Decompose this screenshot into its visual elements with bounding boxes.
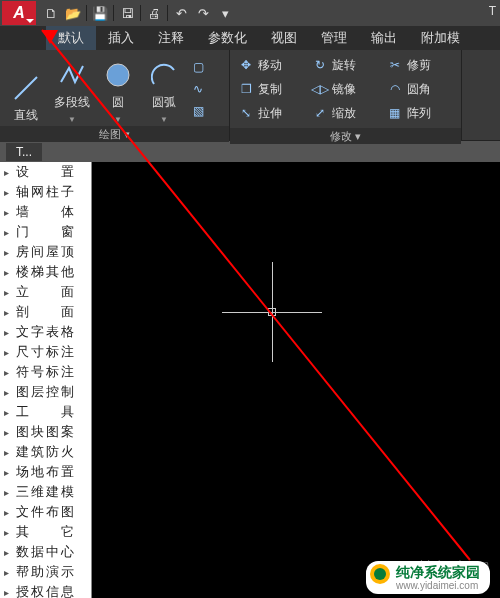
side-item-elevation[interactable]: ▸立 面 [0,282,91,302]
tab-default[interactable]: 默认 [46,26,96,50]
spline-icon: ∿ [190,81,206,97]
side-item-section[interactable]: ▸剖 面 [0,302,91,322]
tool-move[interactable]: ✥移动 [238,55,304,75]
tab-manage[interactable]: 管理 [309,26,359,50]
tool-copy[interactable]: ❐复制 [238,79,304,99]
panel-draw: 直线 多段线 ▼ 圆 ▼ 圆弧 ▼ [0,50,230,140]
hatch-icon: ▧ [190,103,206,119]
stretch-icon: ⤡ [238,105,254,121]
side-item-axis[interactable]: ▸轴网柱子 [0,182,91,202]
draw-extra-3[interactable]: ▧ [190,101,206,121]
expand-icon: ▸ [4,387,14,398]
tab-addon[interactable]: 附加模 [409,26,472,50]
tool-rotate[interactable]: ↻旋转 [312,55,378,75]
draw-extra-1[interactable]: ▢ [190,57,206,77]
rotate-icon: ↻ [312,57,328,73]
tool-mirror[interactable]: ◁▷镜像 [312,79,378,99]
side-item-blocks[interactable]: ▸图块图案 [0,422,91,442]
mirror-icon: ◁▷ [312,81,328,97]
side-item-door[interactable]: ▸门 窗 [0,222,91,242]
work-area: ▸设 置 ▸轴网柱子 ▸墙 体 ▸门 窗 ▸房间屋顶 ▸楼梯其他 ▸立 面 ▸剖… [0,162,500,598]
side-item-license[interactable]: ▸授权信息 [0,582,91,598]
qat-separator [86,5,87,21]
expand-icon: ▸ [4,447,14,458]
side-item-dim[interactable]: ▸尺寸标注 [0,342,91,362]
tool-line[interactable]: 直线 [6,54,46,124]
save-icon[interactable]: 💾 [89,2,111,24]
title-bar: A 🗋 📂 💾 🖫 🖨 ↶ ↷ ▾ T [0,0,500,26]
panel-draw-title[interactable]: 绘图 ▾ [0,126,229,142]
expand-icon: ▸ [4,587,14,598]
side-item-roof[interactable]: ▸房间屋顶 [0,242,91,262]
expand-icon: ▸ [4,307,14,318]
tab-output[interactable]: 输出 [359,26,409,50]
tool-polyline[interactable]: 多段线 ▼ [52,54,92,124]
copy-icon: ❐ [238,81,254,97]
scale-icon: ⤢ [312,105,328,121]
polyline-icon [57,60,87,90]
qat-separator [167,5,168,21]
expand-icon: ▸ [4,527,14,538]
ribbon-panels: 直线 多段线 ▼ 圆 ▼ 圆弧 ▼ [0,50,500,140]
panel-modify-title[interactable]: 修改 ▾ [230,128,461,144]
side-item-settings[interactable]: ▸设 置 [0,162,91,182]
chevron-down-icon: ▼ [68,115,76,124]
side-item-symbol[interactable]: ▸符号标注 [0,362,91,382]
side-item-other[interactable]: ▸其 它 [0,522,91,542]
qat-separator [140,5,141,21]
draw-extra-2[interactable]: ∿ [190,79,206,99]
side-item-tools[interactable]: ▸工 具 [0,402,91,422]
cursor-pickbox [268,308,276,316]
array-icon: ▦ [387,105,403,121]
tool-fillet[interactable]: ◠圆角 [387,79,453,99]
side-item-3d[interactable]: ▸三维建模 [0,482,91,502]
expand-icon: ▸ [4,467,14,478]
expand-icon: ▸ [4,267,14,278]
badge-name: 纯净系统家园 [396,564,480,580]
expand-icon: ▸ [4,347,14,358]
tool-scale[interactable]: ⤢缩放 [312,103,378,123]
tool-stretch[interactable]: ⤡拉伸 [238,103,304,123]
tool-arc[interactable]: 圆弧 ▼ [144,54,184,124]
expand-icon: ▸ [4,507,14,518]
tab-view[interactable]: 视图 [259,26,309,50]
side-item-site[interactable]: ▸场地布置 [0,462,91,482]
draw-extra-tools: ▢ ∿ ▧ [190,57,210,121]
expand-icon: ▸ [4,207,14,218]
move-icon: ✥ [238,57,254,73]
side-panel[interactable]: ▸设 置 ▸轴网柱子 ▸墙 体 ▸门 窗 ▸房间屋顶 ▸楼梯其他 ▸立 面 ▸剖… [0,162,92,598]
side-item-help[interactable]: ▸帮助演示 [0,562,91,582]
undo-icon[interactable]: ↶ [170,2,192,24]
tool-trim[interactable]: ✂修剪 [387,55,453,75]
open-file-icon[interactable]: 📂 [62,2,84,24]
new-file-icon[interactable]: 🗋 [40,2,62,24]
badge-logo-icon [370,564,390,584]
side-item-stair[interactable]: ▸楼梯其他 [0,262,91,282]
app-menu-button[interactable]: A [2,1,36,25]
drawing-canvas[interactable] [92,162,500,598]
expand-icon: ▸ [4,247,14,258]
side-item-fire[interactable]: ▸建筑防火 [0,442,91,462]
tool-circle[interactable]: 圆 ▼ [98,54,138,124]
tab-insert[interactable]: 插入 [96,26,146,50]
side-item-text[interactable]: ▸文字表格 [0,322,91,342]
side-item-layout[interactable]: ▸文件布图 [0,502,91,522]
qat-customize-icon[interactable]: ▾ [214,2,236,24]
source-badge: 纯净系统家园 www.yidaimei.com [366,561,490,594]
side-item-layer[interactable]: ▸图层控制 [0,382,91,402]
tab-annotate[interactable]: 注释 [146,26,196,50]
expand-icon: ▸ [4,187,14,198]
expand-icon: ▸ [4,287,14,298]
document-tab[interactable]: T... [6,143,42,161]
print-icon[interactable]: 🖨 [143,2,165,24]
expand-icon: ▸ [4,427,14,438]
side-item-data[interactable]: ▸数据中心 [0,542,91,562]
redo-icon[interactable]: ↷ [192,2,214,24]
tab-param[interactable]: 参数化 [196,26,259,50]
expand-icon: ▸ [4,227,14,238]
tool-array[interactable]: ▦阵列 [387,103,453,123]
expand-icon: ▸ [4,547,14,558]
saveas-icon[interactable]: 🖫 [116,2,138,24]
side-item-wall[interactable]: ▸墙 体 [0,202,91,222]
badge-url: www.yidaimei.com [396,580,480,591]
